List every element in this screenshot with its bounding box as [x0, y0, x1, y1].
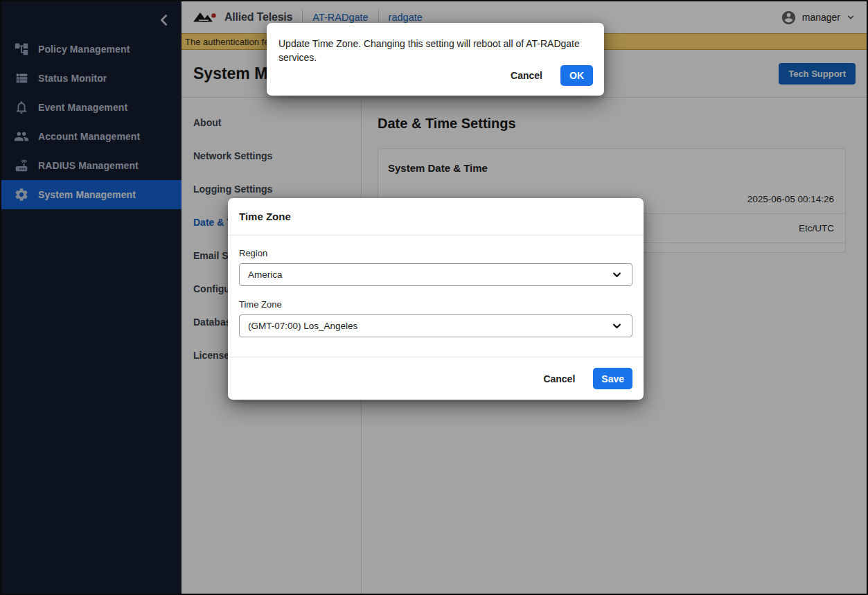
timezone-label: Time Zone	[239, 299, 632, 310]
timezone-select[interactable]: (GMT-07:00) Los_Angeles	[239, 314, 632, 337]
timezone-select-value: (GMT-07:00) Los_Angeles	[248, 321, 357, 331]
timezone-modal: Time Zone Region America Time Zone (GMT-…	[228, 198, 644, 400]
app-window: Policy Management Status Monitor Event M…	[0, 0, 868, 595]
confirm-dialog: Update Time Zone. Changing this setting …	[267, 23, 604, 96]
confirm-ok-button[interactable]: OK	[560, 65, 593, 86]
modal-body: Region America Time Zone (GMT-07:00) Los…	[228, 236, 644, 337]
confirm-message: Update Time Zone. Changing this setting …	[267, 23, 604, 64]
timezone-cancel-button[interactable]: Cancel	[542, 371, 576, 387]
modal-title: Time Zone	[228, 198, 644, 236]
chevron-down-icon	[612, 269, 622, 280]
timezone-save-button[interactable]: Save	[593, 368, 632, 389]
confirm-cancel-button[interactable]: Cancel	[509, 67, 544, 84]
chevron-down-icon	[612, 321, 622, 331]
region-select-value: America	[248, 269, 283, 280]
region-label: Region	[239, 248, 632, 258]
confirm-actions: Cancel OK	[509, 65, 593, 86]
modal-actions: Cancel Save	[228, 357, 644, 400]
region-select[interactable]: America	[239, 263, 632, 286]
